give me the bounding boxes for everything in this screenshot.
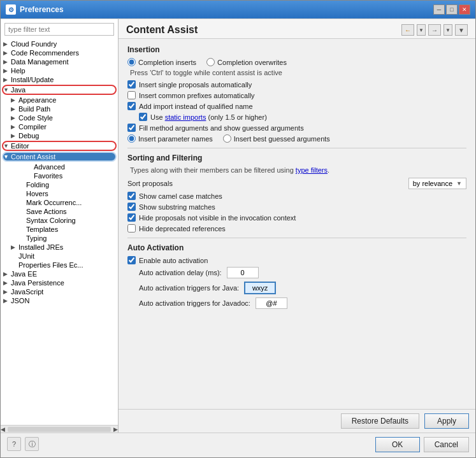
sidebar-item-templates[interactable]: Templates: [1, 225, 118, 234]
chk-row-hide-deprecated[interactable]: Hide deprecated references: [127, 224, 466, 233]
sidebar-item-save-actions[interactable]: Save Actions: [1, 207, 118, 216]
sidebar-item-build-path[interactable]: ▶ Build Path: [1, 104, 118, 113]
sidebar-item-typing[interactable]: Typing: [1, 234, 118, 243]
action-row: Restore Defaults Apply: [119, 409, 475, 433]
sidebar-item-hovers[interactable]: Hovers: [1, 189, 118, 198]
radio-input-inserts[interactable]: [127, 58, 136, 66]
radio-input-param-names[interactable]: [127, 134, 136, 143]
sidebar-item-help[interactable]: ▶ Help: [1, 66, 118, 75]
chk-row-add-import[interactable]: Add import instead of qualified name: [127, 102, 466, 110]
maximize-button[interactable]: □: [446, 4, 458, 15]
chk-row-fill-method[interactable]: Fill method arguments and show guessed a…: [127, 124, 466, 132]
sidebar-item-label: Typing: [26, 234, 47, 242]
chk-insert-single[interactable]: [127, 80, 136, 89]
chk-label-hide-deprecated: Hide deprecated references: [139, 225, 226, 233]
sidebar-item-appearance[interactable]: ▶ Appearance: [1, 96, 118, 104]
expand-arrow: ▶: [11, 132, 18, 139]
sidebar-item-compiler[interactable]: ▶ Compiler: [1, 122, 118, 131]
chk-label-hide-not-visible: Hide proposals not visible in the invoca…: [139, 214, 296, 222]
restore-defaults-button[interactable]: Restore Defaults: [341, 413, 419, 429]
chk-fill-method[interactable]: [127, 124, 136, 132]
sidebar-item-advanced[interactable]: Advanced: [1, 162, 118, 171]
chk-hide-not-visible[interactable]: [127, 213, 136, 222]
chk-insert-common[interactable]: [127, 91, 136, 99]
chk-label-enable-auto: Enable auto activation: [139, 257, 208, 264]
sidebar-item-label: Favorites: [34, 172, 62, 180]
sidebar-item-folding[interactable]: Folding: [1, 180, 118, 189]
sidebar-item-editor[interactable]: ▼ Editor: [2, 141, 117, 151]
static-imports-link[interactable]: static imports: [165, 113, 206, 121]
chk-row-show-camel[interactable]: Show camel case matches: [127, 192, 466, 200]
chk-show-substring[interactable]: [127, 203, 136, 211]
chk-row-static-imports[interactable]: Use static imports (only 1.5 or higher): [127, 113, 466, 121]
sidebar-item-label: Help: [11, 67, 25, 75]
nav-menu-button[interactable]: ▼: [455, 24, 468, 36]
sidebar-item-java-persistence[interactable]: ▶ Java Persistence: [1, 278, 118, 287]
sidebar-item-debug[interactable]: ▶ Debug: [1, 131, 118, 140]
filter-input[interactable]: [4, 23, 114, 36]
scroll-left-btn[interactable]: ◀: [1, 426, 5, 433]
sidebar-item-java-ee[interactable]: ▶ Java EE: [1, 269, 118, 278]
expand-arrow: ▼: [3, 87, 11, 93]
scroll-right-btn[interactable]: ▶: [113, 426, 118, 433]
chk-show-camel[interactable]: [127, 192, 136, 200]
sidebar-item-java[interactable]: ▼ Java: [2, 85, 117, 95]
auto-triggers-javadoc-row: Auto activation triggers for Javadoc:: [127, 297, 466, 309]
radio-input-best-guessed[interactable]: [223, 134, 231, 143]
info-icon-button[interactable]: ⓘ: [25, 437, 39, 451]
minimize-button[interactable]: ─: [433, 4, 445, 15]
auto-delay-input[interactable]: [227, 267, 259, 278]
chk-row-show-substring[interactable]: Show substring matches: [127, 203, 466, 211]
sidebar-item-installed-jres[interactable]: ▶ Installed JREs: [1, 243, 118, 252]
chk-hide-deprecated[interactable]: [127, 224, 136, 233]
sidebar-item-content-assist[interactable]: ▼ Content Assist: [2, 152, 117, 162]
sidebar-item-mark-occurrences[interactable]: Mark Occurrenc...: [1, 198, 118, 207]
chk-row-insert-single[interactable]: Insert single proposals automatically: [127, 80, 466, 89]
radio-completion-overwrites[interactable]: Completion overwrites: [206, 58, 287, 66]
right-header: Content Assist ← ▼ → ▼ ▼: [119, 19, 475, 39]
sidebar-item-data-management[interactable]: ▶ Data Management: [1, 57, 118, 66]
sidebar-item-json[interactable]: ▶ JSON: [1, 296, 118, 305]
radio-input-overwrites[interactable]: [206, 58, 215, 66]
radio-insert-param-names[interactable]: Insert parameter names: [127, 134, 213, 143]
tree-area: ▶ Cloud Foundry ▶ Code Recommenders ▶ Da…: [1, 39, 118, 425]
nav-forward-dropdown[interactable]: ▼: [444, 24, 452, 36]
chk-row-enable-auto[interactable]: Enable auto activation: [127, 256, 466, 264]
sidebar-item-javascript[interactable]: ▶ JavaScript: [1, 287, 118, 296]
sidebar-item-code-style[interactable]: ▶ Code Style: [1, 113, 118, 122]
sidebar-item-label: Code Recommenders: [11, 49, 79, 57]
sidebar-item-syntax-coloring[interactable]: Syntax Coloring: [1, 216, 118, 225]
auto-triggers-java-input[interactable]: [244, 282, 276, 294]
apply-button[interactable]: Apply: [424, 413, 469, 429]
sort-dropdown[interactable]: by relevance ▼: [408, 178, 466, 189]
sidebar-item-install-update[interactable]: ▶ Install/Update: [1, 75, 118, 84]
horizontal-scrollbar[interactable]: ◀ ▶: [1, 425, 118, 433]
sidebar-item-favorites[interactable]: Favorites: [1, 171, 118, 180]
expand-arrow: ▶: [3, 68, 11, 74]
type-filters-link[interactable]: type filters: [296, 166, 328, 174]
ok-button[interactable]: OK: [375, 437, 420, 452]
cancel-button[interactable]: Cancel: [424, 437, 469, 452]
chk-static-imports[interactable]: [139, 113, 147, 121]
auto-triggers-java-label: Auto activation triggers for Java:: [139, 284, 239, 292]
close-button[interactable]: ✕: [459, 4, 470, 15]
nav-back-dropdown[interactable]: ▼: [417, 24, 426, 36]
help-icon-button[interactable]: ?: [7, 437, 21, 451]
chk-row-hide-not-visible[interactable]: Hide proposals not visible in the invoca…: [127, 213, 466, 222]
radio-insert-best-guessed[interactable]: Insert best guessed arguments: [223, 134, 330, 143]
sidebar-item-properties-files[interactable]: Properties Files Ec...: [1, 261, 118, 269]
sidebar-item-junit[interactable]: JUnit: [1, 252, 118, 261]
sidebar-item-label: Cloud Foundry: [11, 40, 57, 48]
chk-enable-auto[interactable]: [127, 256, 136, 264]
sidebar-item-label: Java EE: [11, 270, 37, 278]
nav-back-button[interactable]: ←: [401, 24, 414, 36]
chk-add-import[interactable]: [127, 102, 136, 110]
radio-completion-inserts[interactable]: Completion inserts: [127, 58, 196, 66]
nav-forward-button[interactable]: →: [428, 24, 441, 36]
auto-triggers-javadoc-input[interactable]: [256, 297, 287, 309]
chk-row-insert-common[interactable]: Insert common prefixes automatically: [127, 91, 466, 99]
section-insertion-title: Insertion: [127, 45, 466, 54]
sidebar-item-label: Content Assist: [11, 153, 55, 161]
sidebar-item-code-recommenders[interactable]: ▶ Code Recommenders: [1, 48, 118, 57]
sidebar-item-cloud-foundry[interactable]: ▶ Cloud Foundry: [1, 39, 118, 48]
